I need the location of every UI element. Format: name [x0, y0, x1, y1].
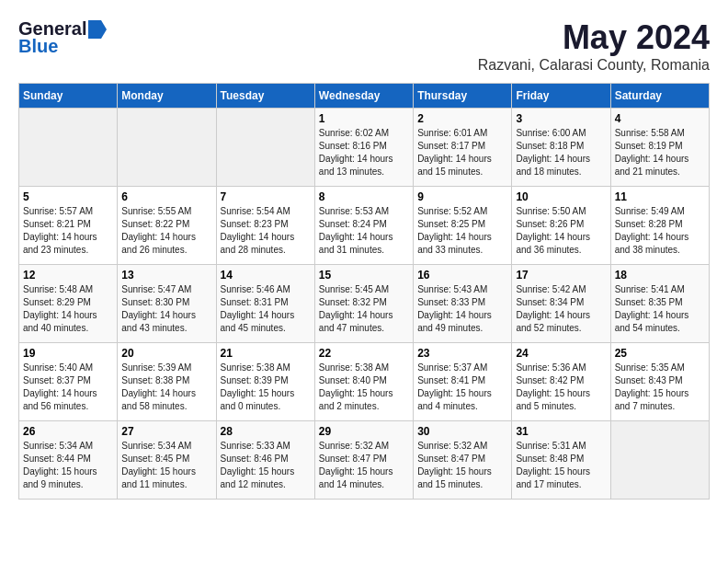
calendar-cell: 27Sunrise: 5:34 AM Sunset: 8:45 PM Dayli… — [118, 421, 216, 500]
day-info: Sunrise: 5:38 AM Sunset: 8:40 PM Dayligh… — [319, 362, 409, 413]
day-info: Sunrise: 5:43 AM Sunset: 8:33 PM Dayligh… — [417, 283, 507, 335]
calendar-cell: 1Sunrise: 6:02 AM Sunset: 8:16 PM Daylig… — [314, 109, 413, 187]
calendar-cell: 28Sunrise: 5:33 AM Sunset: 8:46 PM Dayli… — [216, 421, 314, 500]
calendar-cell — [118, 109, 216, 187]
day-info: Sunrise: 5:55 AM Sunset: 8:22 PM Dayligh… — [121, 205, 211, 257]
day-number: 7 — [221, 190, 311, 203]
calendar-cell: 24Sunrise: 5:36 AM Sunset: 8:42 PM Dayli… — [512, 343, 610, 421]
calendar-week-row: 1Sunrise: 6:02 AM Sunset: 8:16 PM Daylig… — [19, 109, 710, 187]
calendar-cell: 19Sunrise: 5:40 AM Sunset: 8:37 PM Dayli… — [19, 343, 118, 421]
calendar-cell: 26Sunrise: 5:34 AM Sunset: 8:44 PM Dayli… — [19, 421, 118, 500]
calendar-cell — [19, 109, 118, 187]
day-number: 1 — [319, 112, 409, 125]
day-number: 16 — [417, 269, 507, 282]
day-number: 6 — [121, 190, 211, 203]
calendar-cell: 20Sunrise: 5:39 AM Sunset: 8:38 PM Dayli… — [118, 343, 216, 421]
calendar-cell: 18Sunrise: 5:41 AM Sunset: 8:35 PM Dayli… — [610, 265, 709, 343]
calendar-cell: 25Sunrise: 5:35 AM Sunset: 8:43 PM Dayli… — [610, 343, 709, 421]
calendar-header-row: SundayMondayTuesdayWednesdayThursdayFrid… — [19, 84, 710, 109]
svg-marker-0 — [88, 20, 107, 39]
day-info: Sunrise: 5:40 AM Sunset: 8:37 PM Dayligh… — [23, 362, 113, 413]
weekday-header-tuesday: Tuesday — [216, 84, 314, 109]
weekday-header-friday: Friday — [512, 84, 610, 109]
day-info: Sunrise: 5:52 AM Sunset: 8:25 PM Dayligh… — [417, 205, 507, 257]
calendar-week-row: 26Sunrise: 5:34 AM Sunset: 8:44 PM Dayli… — [19, 421, 710, 500]
day-info: Sunrise: 5:41 AM Sunset: 8:35 PM Dayligh… — [615, 283, 705, 335]
day-info: Sunrise: 5:35 AM Sunset: 8:43 PM Dayligh… — [615, 362, 705, 413]
calendar-cell: 10Sunrise: 5:50 AM Sunset: 8:26 PM Dayli… — [512, 187, 610, 265]
calendar-cell: 15Sunrise: 5:45 AM Sunset: 8:32 PM Dayli… — [314, 265, 413, 343]
day-info: Sunrise: 6:02 AM Sunset: 8:16 PM Dayligh… — [319, 127, 409, 178]
logo-arrow-icon — [88, 20, 107, 39]
day-number: 29 — [319, 425, 409, 438]
day-number: 15 — [319, 269, 409, 282]
day-info: Sunrise: 5:46 AM Sunset: 8:31 PM Dayligh… — [221, 283, 311, 335]
calendar-week-row: 12Sunrise: 5:48 AM Sunset: 8:29 PM Dayli… — [19, 265, 710, 343]
calendar-cell: 23Sunrise: 5:37 AM Sunset: 8:41 PM Dayli… — [414, 343, 512, 421]
day-number: 28 — [221, 425, 311, 438]
day-number: 17 — [516, 269, 606, 282]
day-info: Sunrise: 5:42 AM Sunset: 8:34 PM Dayligh… — [516, 283, 606, 335]
day-info: Sunrise: 5:32 AM Sunset: 8:47 PM Dayligh… — [417, 440, 507, 491]
calendar-table: SundayMondayTuesdayWednesdayThursdayFrid… — [18, 83, 710, 500]
calendar-cell: 8Sunrise: 5:53 AM Sunset: 8:24 PM Daylig… — [314, 187, 413, 265]
calendar-week-row: 19Sunrise: 5:40 AM Sunset: 8:37 PM Dayli… — [19, 343, 710, 421]
calendar-cell — [216, 109, 314, 187]
weekday-header-monday: Monday — [118, 84, 216, 109]
day-number: 11 — [615, 190, 705, 203]
day-number: 8 — [319, 190, 409, 203]
day-number: 26 — [23, 425, 113, 438]
day-info: Sunrise: 5:53 AM Sunset: 8:24 PM Dayligh… — [319, 205, 409, 257]
day-number: 18 — [615, 269, 705, 282]
calendar-cell: 16Sunrise: 5:43 AM Sunset: 8:33 PM Dayli… — [414, 265, 512, 343]
day-info: Sunrise: 5:38 AM Sunset: 8:39 PM Dayligh… — [221, 362, 311, 413]
calendar-cell: 12Sunrise: 5:48 AM Sunset: 8:29 PM Dayli… — [19, 265, 118, 343]
day-number: 3 — [516, 112, 606, 125]
day-info: Sunrise: 6:00 AM Sunset: 8:18 PM Dayligh… — [516, 127, 606, 178]
day-number: 22 — [319, 347, 409, 360]
day-info: Sunrise: 5:49 AM Sunset: 8:28 PM Dayligh… — [615, 205, 705, 257]
day-info: Sunrise: 5:32 AM Sunset: 8:47 PM Dayligh… — [319, 440, 409, 491]
day-number: 13 — [121, 269, 211, 282]
logo: General Blue — [18, 18, 107, 57]
day-number: 19 — [23, 347, 113, 360]
day-number: 10 — [516, 190, 606, 203]
day-info: Sunrise: 5:36 AM Sunset: 8:42 PM Dayligh… — [516, 362, 606, 413]
weekday-header-thursday: Thursday — [414, 84, 512, 109]
calendar-cell: 31Sunrise: 5:31 AM Sunset: 8:48 PM Dayli… — [512, 421, 610, 500]
day-number: 25 — [615, 347, 705, 360]
calendar-cell — [610, 421, 709, 500]
weekday-header-wednesday: Wednesday — [314, 84, 413, 109]
day-info: Sunrise: 5:58 AM Sunset: 8:19 PM Dayligh… — [615, 127, 705, 178]
day-info: Sunrise: 5:39 AM Sunset: 8:38 PM Dayligh… — [121, 362, 211, 413]
day-info: Sunrise: 5:48 AM Sunset: 8:29 PM Dayligh… — [23, 283, 113, 335]
calendar-cell: 2Sunrise: 6:01 AM Sunset: 8:17 PM Daylig… — [414, 109, 512, 187]
month-title: May 2024 — [478, 18, 710, 57]
day-info: Sunrise: 5:34 AM Sunset: 8:45 PM Dayligh… — [121, 440, 211, 491]
day-info: Sunrise: 5:34 AM Sunset: 8:44 PM Dayligh… — [23, 440, 113, 491]
day-number: 20 — [121, 347, 211, 360]
calendar-cell: 5Sunrise: 5:57 AM Sunset: 8:21 PM Daylig… — [19, 187, 118, 265]
day-info: Sunrise: 5:37 AM Sunset: 8:41 PM Dayligh… — [417, 362, 507, 413]
weekday-header-sunday: Sunday — [19, 84, 118, 109]
calendar-cell: 3Sunrise: 6:00 AM Sunset: 8:18 PM Daylig… — [512, 109, 610, 187]
calendar-cell: 9Sunrise: 5:52 AM Sunset: 8:25 PM Daylig… — [414, 187, 512, 265]
day-info: Sunrise: 5:54 AM Sunset: 8:23 PM Dayligh… — [221, 205, 311, 257]
calendar-cell: 30Sunrise: 5:32 AM Sunset: 8:47 PM Dayli… — [414, 421, 512, 500]
day-info: Sunrise: 5:57 AM Sunset: 8:21 PM Dayligh… — [23, 205, 113, 257]
day-info: Sunrise: 5:33 AM Sunset: 8:46 PM Dayligh… — [221, 440, 311, 491]
calendar-cell: 29Sunrise: 5:32 AM Sunset: 8:47 PM Dayli… — [314, 421, 413, 500]
logo-blue-text: Blue — [18, 36, 58, 57]
calendar-week-row: 5Sunrise: 5:57 AM Sunset: 8:21 PM Daylig… — [19, 187, 710, 265]
day-number: 27 — [121, 425, 211, 438]
day-number: 9 — [417, 190, 507, 203]
day-number: 4 — [615, 112, 705, 125]
calendar-cell: 7Sunrise: 5:54 AM Sunset: 8:23 PM Daylig… — [216, 187, 314, 265]
calendar-cell: 21Sunrise: 5:38 AM Sunset: 8:39 PM Dayli… — [216, 343, 314, 421]
day-info: Sunrise: 5:31 AM Sunset: 8:48 PM Dayligh… — [516, 440, 606, 491]
day-number: 31 — [516, 425, 606, 438]
day-info: Sunrise: 5:45 AM Sunset: 8:32 PM Dayligh… — [319, 283, 409, 335]
day-number: 23 — [417, 347, 507, 360]
title-block: May 2024 Razvani, Calarasi County, Roman… — [478, 18, 710, 74]
day-number: 21 — [221, 347, 311, 360]
